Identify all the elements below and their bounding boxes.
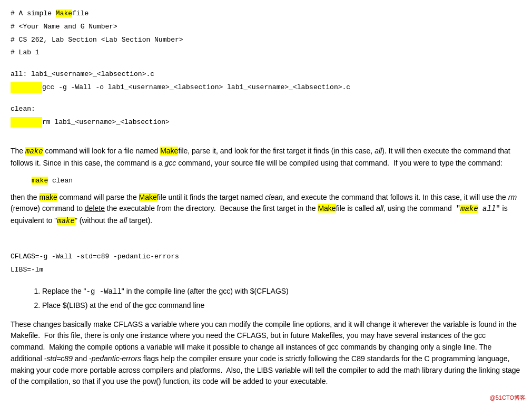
code-comment-hash-1: # A simple [11,9,56,17]
make-all-quote-2: make [57,217,75,225]
code-file-1: file [72,9,88,17]
code-comment-2: # <Your Name [11,23,64,31]
numbered-list: Replace the "-g -Wall" in the compile li… [11,286,521,311]
prose-paragraph-3: These changes basically make CFLAGS a va… [11,319,521,388]
make-highlight-1: Make [56,9,72,17]
make-all-quote-1: make [460,205,478,213]
makefile-highlight-3: Make [318,204,336,212]
code-comment-2b: and G Number> [64,23,117,31]
code-line-3: # CS 262, Lab Section <Lab Section Numbe… [11,35,521,46]
prose-paragraph-1: The make command will look for a file na… [11,146,521,169]
make-clean-example: make clean [32,177,521,185]
code-gcc-line: gcc -g -Wall -o lab1_<username>_<labsect… [11,82,521,93]
code-all-line: all: lab1_<username>_<labsection>.c [11,69,521,80]
libs-line: LIBS=-lm [11,265,521,276]
code-clean-line: clean: [11,104,521,115]
makefile-highlight-prose: Make [160,147,178,155]
rm-command: rm lab1_<username>_<labsection> [42,118,170,126]
code-line-4: # Lab 1 [11,47,521,59]
all-label: all: lab1_<username>_<labsection>.c [11,70,154,78]
cflags-line: CFLAGS=-g -Wall -std=c89 -pedantic-error… [11,252,521,263]
make-inline-2: make [40,193,57,201]
code-line-1: # A simple Makefile [11,8,521,20]
code-section: # A simple Makefile # <Your Name Makefil… [11,8,521,59]
code-comment-4: # Lab 1 [11,49,40,56]
list-item-1: Replace the "-g -Wall" in the compile li… [42,286,521,298]
cflags-section: CFLAGS=-g -Wall -std=c89 -pedantic-error… [11,252,521,276]
prose-paragraph-2: then the make command will parse the Mak… [11,192,521,227]
code-line-2: # <Your Name Makefile Tutorialand G Numb… [11,22,521,33]
tab-highlight-rm [11,117,42,128]
make-clean-highlight: make [32,177,48,185]
make-inline-1: make [25,147,43,156]
cflags-text: CFLAGS=-g -Wall -std=c89 -pedantic-error… [11,253,179,260]
libs-text: LIBS=-lm [11,266,43,274]
clean-label: clean: [11,105,35,113]
cflags-code: -g -Wall [86,287,122,296]
code-comment-3: # CS 262, Lab Section <Lab Section Numbe… [11,36,183,44]
makefile-clean-section: clean: rm lab1_<username>_<labsection> [11,104,521,128]
gcc-command: gcc -g -Wall -o lab1_<username>_<labsect… [42,83,350,91]
list-item-2: Place $(LIBS) at the end of the gcc comm… [42,300,521,312]
makefile-all-section: all: lab1_<username>_<labsection>.c gcc … [11,69,521,93]
makefile-highlight-2: Make [139,193,157,201]
watermark: @51CTO博客 [490,394,526,402]
tab-highlight-gcc [11,82,42,93]
code-rm-line: rm lab1_<username>_<labsection> [11,117,521,128]
